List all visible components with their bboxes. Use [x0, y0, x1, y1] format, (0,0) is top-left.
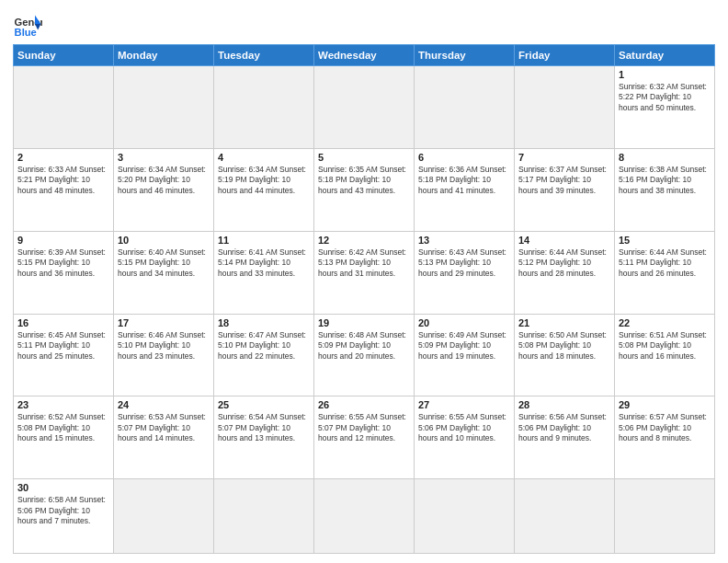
empty-cell: [214, 66, 314, 149]
empty-cell: [314, 66, 415, 149]
day-info: Sunrise: 6:45 AM Sunset: 5:11 PM Dayligh…: [17, 330, 109, 362]
day-cell-20: 20Sunrise: 6:49 AM Sunset: 5:09 PM Dayli…: [415, 314, 515, 396]
day-number: 27: [418, 399, 510, 410]
day-info: Sunrise: 6:37 AM Sunset: 5:17 PM Dayligh…: [518, 165, 610, 196]
col-header-monday: Monday: [114, 45, 214, 66]
day-info: Sunrise: 6:39 AM Sunset: 5:15 PM Dayligh…: [17, 247, 109, 279]
day-number: 14: [518, 235, 610, 246]
day-info: Sunrise: 6:52 AM Sunset: 5:08 PM Dayligh…: [17, 412, 109, 443]
day-cell-26: 26Sunrise: 6:55 AM Sunset: 5:07 PM Dayli…: [314, 396, 415, 479]
day-cell-4: 4Sunrise: 6:34 AM Sunset: 5:19 PM Daylig…: [214, 148, 314, 231]
empty-cell: [14, 66, 114, 149]
svg-text:Blue: Blue: [15, 27, 37, 38]
day-number: 22: [619, 317, 711, 328]
day-number: 2: [17, 152, 109, 163]
day-number: 30: [17, 482, 109, 493]
day-cell-14: 14Sunrise: 6:44 AM Sunset: 5:12 PM Dayli…: [515, 231, 615, 314]
col-header-saturday: Saturday: [615, 45, 715, 66]
empty-cell: [314, 479, 415, 554]
day-info: Sunrise: 6:42 AM Sunset: 5:13 PM Dayligh…: [318, 247, 410, 279]
day-number: 28: [518, 399, 610, 410]
day-number: 15: [619, 235, 711, 246]
day-info: Sunrise: 6:43 AM Sunset: 5:13 PM Dayligh…: [418, 247, 510, 279]
day-cell-27: 27Sunrise: 6:55 AM Sunset: 5:06 PM Dayli…: [415, 396, 515, 479]
col-header-sunday: Sunday: [14, 45, 114, 66]
day-cell-13: 13Sunrise: 6:43 AM Sunset: 5:13 PM Dayli…: [415, 231, 515, 314]
day-info: Sunrise: 6:44 AM Sunset: 5:12 PM Dayligh…: [518, 247, 610, 279]
calendar-table: SundayMondayTuesdayWednesdayThursdayFrid…: [13, 44, 715, 554]
day-number: 18: [218, 317, 310, 328]
day-cell-2: 2Sunrise: 6:33 AM Sunset: 5:21 PM Daylig…: [14, 148, 114, 231]
day-info: Sunrise: 6:46 AM Sunset: 5:10 PM Dayligh…: [118, 330, 210, 362]
day-cell-30: 30Sunrise: 6:58 AM Sunset: 5:06 PM Dayli…: [14, 479, 114, 554]
day-info: Sunrise: 6:32 AM Sunset: 5:22 PM Dayligh…: [619, 82, 711, 113]
col-header-tuesday: Tuesday: [214, 45, 314, 66]
day-number: 26: [318, 399, 410, 410]
day-cell-9: 9Sunrise: 6:39 AM Sunset: 5:15 PM Daylig…: [14, 231, 114, 314]
day-number: 19: [318, 317, 410, 328]
day-cell-28: 28Sunrise: 6:56 AM Sunset: 5:06 PM Dayli…: [515, 396, 615, 479]
day-number: 29: [619, 399, 711, 410]
day-info: Sunrise: 6:53 AM Sunset: 5:07 PM Dayligh…: [118, 412, 210, 443]
day-number: 5: [318, 152, 410, 163]
day-cell-18: 18Sunrise: 6:47 AM Sunset: 5:10 PM Dayli…: [214, 314, 314, 396]
empty-cell: [114, 66, 214, 149]
day-number: 25: [218, 399, 310, 410]
col-header-friday: Friday: [515, 45, 615, 66]
day-info: Sunrise: 6:38 AM Sunset: 5:16 PM Dayligh…: [619, 165, 711, 196]
header: General Blue: [13, 9, 715, 39]
empty-cell: [114, 479, 214, 554]
day-cell-7: 7Sunrise: 6:37 AM Sunset: 5:17 PM Daylig…: [515, 148, 615, 231]
logo: General Blue: [13, 9, 42, 39]
day-info: Sunrise: 6:44 AM Sunset: 5:11 PM Dayligh…: [619, 247, 711, 279]
day-number: 1: [619, 69, 711, 80]
empty-cell: [615, 479, 715, 554]
day-cell-24: 24Sunrise: 6:53 AM Sunset: 5:07 PM Dayli…: [114, 396, 214, 479]
empty-cell: [515, 66, 615, 149]
day-number: 3: [118, 152, 210, 163]
empty-cell: [515, 479, 615, 554]
day-cell-12: 12Sunrise: 6:42 AM Sunset: 5:13 PM Dayli…: [314, 231, 415, 314]
day-cell-29: 29Sunrise: 6:57 AM Sunset: 5:06 PM Dayli…: [615, 396, 715, 479]
day-info: Sunrise: 6:50 AM Sunset: 5:08 PM Dayligh…: [518, 330, 610, 362]
day-number: 12: [318, 235, 410, 246]
day-info: Sunrise: 6:34 AM Sunset: 5:20 PM Dayligh…: [118, 165, 210, 196]
day-number: 10: [118, 235, 210, 246]
day-number: 9: [17, 235, 109, 246]
day-number: 17: [118, 317, 210, 328]
day-cell-16: 16Sunrise: 6:45 AM Sunset: 5:11 PM Dayli…: [14, 314, 114, 396]
day-info: Sunrise: 6:51 AM Sunset: 5:08 PM Dayligh…: [619, 330, 711, 362]
day-cell-22: 22Sunrise: 6:51 AM Sunset: 5:08 PM Dayli…: [615, 314, 715, 396]
logo-icon: General Blue: [13, 9, 42, 39]
day-number: 24: [118, 399, 210, 410]
day-info: Sunrise: 6:41 AM Sunset: 5:14 PM Dayligh…: [218, 247, 310, 279]
day-number: 13: [418, 235, 510, 246]
day-cell-8: 8Sunrise: 6:38 AM Sunset: 5:16 PM Daylig…: [615, 148, 715, 231]
day-info: Sunrise: 6:36 AM Sunset: 5:18 PM Dayligh…: [418, 165, 510, 196]
day-info: Sunrise: 6:57 AM Sunset: 5:06 PM Dayligh…: [619, 412, 711, 443]
day-cell-5: 5Sunrise: 6:35 AM Sunset: 5:18 PM Daylig…: [314, 148, 415, 231]
empty-cell: [415, 66, 515, 149]
day-info: Sunrise: 6:58 AM Sunset: 5:06 PM Dayligh…: [17, 495, 109, 526]
day-cell-19: 19Sunrise: 6:48 AM Sunset: 5:09 PM Dayli…: [314, 314, 415, 396]
day-cell-23: 23Sunrise: 6:52 AM Sunset: 5:08 PM Dayli…: [14, 396, 114, 479]
col-header-thursday: Thursday: [415, 45, 515, 66]
day-info: Sunrise: 6:55 AM Sunset: 5:07 PM Dayligh…: [318, 412, 410, 443]
day-cell-15: 15Sunrise: 6:44 AM Sunset: 5:11 PM Dayli…: [615, 231, 715, 314]
day-info: Sunrise: 6:56 AM Sunset: 5:06 PM Dayligh…: [518, 412, 610, 443]
day-number: 23: [17, 399, 109, 410]
day-info: Sunrise: 6:35 AM Sunset: 5:18 PM Dayligh…: [318, 165, 410, 196]
day-cell-10: 10Sunrise: 6:40 AM Sunset: 5:15 PM Dayli…: [114, 231, 214, 314]
day-number: 7: [518, 152, 610, 163]
day-number: 11: [218, 235, 310, 246]
day-number: 8: [619, 152, 711, 163]
day-number: 4: [218, 152, 310, 163]
day-cell-21: 21Sunrise: 6:50 AM Sunset: 5:08 PM Dayli…: [515, 314, 615, 396]
day-info: Sunrise: 6:47 AM Sunset: 5:10 PM Dayligh…: [218, 330, 310, 362]
day-cell-11: 11Sunrise: 6:41 AM Sunset: 5:14 PM Dayli…: [214, 231, 314, 314]
day-number: 6: [418, 152, 510, 163]
day-info: Sunrise: 6:40 AM Sunset: 5:15 PM Dayligh…: [118, 247, 210, 279]
col-header-wednesday: Wednesday: [314, 45, 415, 66]
day-number: 21: [518, 317, 610, 328]
day-cell-17: 17Sunrise: 6:46 AM Sunset: 5:10 PM Dayli…: [114, 314, 214, 396]
